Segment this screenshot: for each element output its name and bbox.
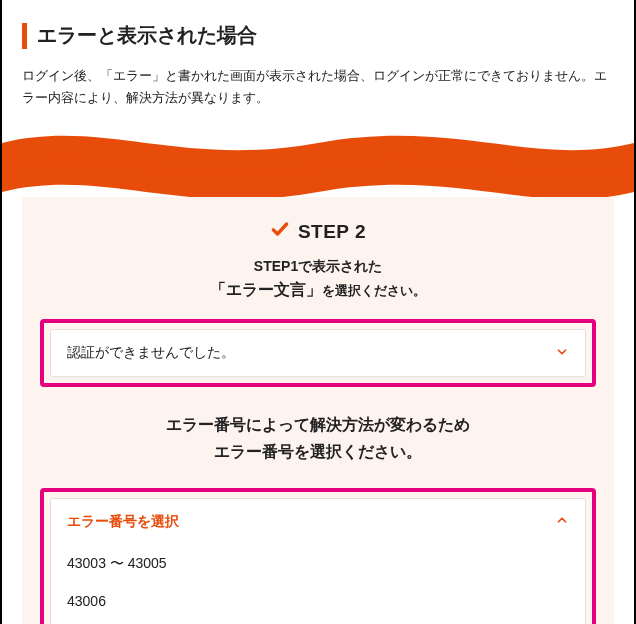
error-number-options: 43003 〜 43005 43006 (51, 541, 585, 624)
mid-line-1: エラー番号によって解決方法が変わるため (40, 411, 596, 438)
error-message-dropdown[interactable]: 認証ができませんでした。 (50, 329, 586, 377)
error-number-title: エラー番号を選択 (67, 513, 179, 531)
error-number-option[interactable]: 43006 (67, 583, 569, 619)
step-subtitle-bold: 「エラー文言」 (210, 281, 322, 298)
step-label: STEP 2 (298, 221, 366, 243)
step-subtitle-1: STEP1で表示された (40, 258, 596, 276)
section-title-row: エラーと表示された場合 (22, 22, 614, 49)
error-number-option[interactable]: 43003 〜 43005 (67, 545, 569, 583)
mid-line-2: エラー番号を選択ください。 (40, 438, 596, 465)
title-accent-bar (22, 23, 27, 49)
chevron-up-icon (555, 513, 569, 530)
chevron-down-icon (555, 345, 569, 362)
wave-divider (2, 113, 634, 203)
section-title: エラーと表示された場合 (37, 22, 257, 49)
error-number-panel: エラー番号を選択 43003 〜 43005 43006 (50, 498, 586, 624)
check-icon (270, 219, 290, 244)
intro-text: ログイン後、「エラー」と書かれた画面が表示された場合、ログインが正常にできており… (22, 65, 614, 109)
dropdown-highlight-1: 認証ができませんでした。 (40, 319, 596, 387)
error-number-dropdown-header[interactable]: エラー番号を選択 (51, 499, 585, 541)
step-subtitle-small: を選択ください。 (322, 283, 426, 298)
step-panel: STEP 2 STEP1で表示された 「エラー文言」を選択ください。 認証ができ… (22, 197, 614, 624)
mid-instruction: エラー番号によって解決方法が変わるため エラー番号を選択ください。 (40, 411, 596, 465)
step-header: STEP 2 (40, 219, 596, 244)
dropdown-selected-text: 認証ができませんでした。 (67, 344, 235, 362)
step-subtitle-2: 「エラー文言」を選択ください。 (40, 280, 596, 301)
dropdown-highlight-2: エラー番号を選択 43003 〜 43005 43006 (40, 488, 596, 624)
